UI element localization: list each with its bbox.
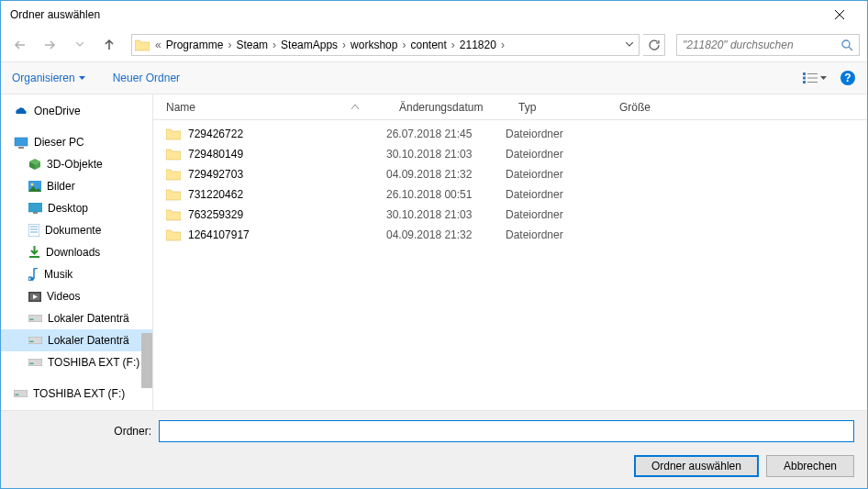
file-name: 731220462 — [188, 188, 243, 201]
new-folder-label: Neuer Ordner — [113, 72, 180, 84]
view-mode-button[interactable] — [803, 72, 827, 83]
svg-rect-6 — [807, 82, 818, 83]
svg-rect-28 — [30, 363, 34, 365]
sidebar-music[interactable]: Musik — [1, 263, 152, 285]
organize-button[interactable]: Organisieren — [12, 72, 85, 84]
sidebar-label: Downloads — [46, 246, 100, 259]
desktop-icon — [28, 203, 42, 214]
file-type: Dateiordner — [506, 188, 606, 201]
file-date: 26.10.2018 00:51 — [386, 188, 506, 201]
sidebar-localdisk2[interactable]: Lokaler Datenträ — [1, 329, 152, 351]
sidebar-localdisk1[interactable]: Lokaler Datenträ — [1, 307, 152, 329]
file-name: 729480149 — [188, 148, 243, 161]
sidebar-toshiba1[interactable]: TOSHIBA EXT (F:) — [1, 351, 152, 373]
sidebar-toshiba2[interactable]: TOSHIBA EXT (F:) — [1, 383, 152, 405]
sidebar-label: TOSHIBA EXT (F:) — [33, 387, 125, 400]
computer-icon — [14, 137, 28, 149]
up-button[interactable] — [96, 34, 122, 56]
breadcrumb[interactable]: « Programme › Steam › SteamApps › worksh… — [131, 34, 640, 56]
file-date: 04.09.2018 21:32 — [386, 228, 506, 241]
file-name: 1264107917 — [188, 228, 250, 241]
chevron-right-icon: › — [399, 39, 408, 51]
svg-rect-24 — [30, 319, 34, 321]
breadcrumb-ellipsis[interactable]: « — [152, 39, 164, 51]
svg-rect-13 — [28, 203, 42, 212]
file-name: 729492703 — [188, 168, 243, 181]
onedrive-icon — [14, 106, 28, 117]
svg-rect-5 — [803, 81, 806, 83]
file-date: 04.09.2018 21:32 — [386, 168, 506, 181]
sidebar-label: Dokumente — [45, 224, 101, 237]
breadcrumb-history-dropdown[interactable] — [620, 42, 639, 48]
file-pane: Name Änderungsdatum Typ Größe 7294267222… — [153, 94, 867, 410]
sidebar-videos[interactable]: Videos — [1, 285, 152, 307]
sidebar-label: TOSHIBA EXT (F:) — [48, 356, 139, 369]
recent-dropdown[interactable] — [67, 34, 93, 56]
breadcrumb-item[interactable]: workshop — [349, 35, 399, 55]
svg-rect-14 — [33, 212, 38, 214]
breadcrumb-item[interactable]: content — [408, 35, 448, 55]
search-icon — [841, 39, 853, 51]
breadcrumb-item[interactable]: Programme — [164, 35, 226, 55]
arrow-left-icon — [14, 39, 28, 50]
folder-input[interactable] — [159, 420, 854, 442]
sidebar-onedrive[interactable]: OneDrive — [1, 100, 152, 122]
cancel-button[interactable]: Abbrechen — [766, 455, 854, 477]
refresh-button[interactable] — [643, 34, 665, 56]
caret-down-icon — [820, 76, 827, 80]
svg-point-20 — [30, 277, 34, 281]
sidebar-documents[interactable]: Dokumente — [1, 219, 152, 241]
file-row[interactable]: 72948014930.10.2018 21:03Dateiordner — [153, 144, 867, 164]
column-label: Name — [166, 101, 195, 114]
new-folder-button[interactable]: Neuer Ordner — [113, 72, 180, 84]
column-label: Typ — [518, 101, 536, 114]
sidebar-label: Desktop — [48, 202, 88, 215]
breadcrumb-item[interactable]: Steam — [234, 35, 270, 55]
svg-rect-19 — [29, 256, 39, 258]
sidebar-3dobjects[interactable]: 3D-Objekte — [1, 153, 152, 175]
folder-icon — [166, 168, 181, 181]
view-list-icon — [803, 72, 818, 83]
chevron-right-icon: › — [225, 39, 234, 51]
arrow-right-icon — [43, 39, 58, 50]
svg-rect-30 — [16, 395, 19, 396]
column-size[interactable]: Größe — [606, 101, 689, 114]
help-button[interactable]: ? — [840, 70, 856, 86]
file-row[interactable]: 72942672226.07.2018 21:45Dateiordner — [153, 124, 867, 144]
svg-point-0 — [842, 40, 850, 48]
file-type: Dateiordner — [506, 228, 606, 241]
file-row[interactable]: 73122046226.10.2018 00:51Dateiordner — [153, 184, 867, 205]
file-row[interactable]: 72949270304.09.2018 21:32Dateiordner — [153, 164, 867, 184]
column-type[interactable]: Typ — [506, 101, 606, 114]
file-row[interactable]: 76325932930.10.2018 21:03Dateiordner — [153, 205, 867, 225]
svg-rect-15 — [28, 224, 39, 237]
sidebar-pictures[interactable]: Bilder — [1, 175, 152, 197]
help-icon: ? — [840, 70, 856, 86]
folder-icon — [166, 188, 181, 201]
column-name[interactable]: Name — [153, 101, 386, 114]
chevron-down-icon — [626, 42, 633, 48]
back-button[interactable] — [8, 34, 34, 56]
search-box[interactable] — [676, 34, 860, 56]
sidebar-thispc[interactable]: Dieser PC — [1, 131, 152, 153]
select-folder-button[interactable]: Ordner auswählen — [634, 455, 759, 477]
breadcrumb-item[interactable]: 211820 — [458, 35, 498, 55]
close-button[interactable] — [818, 1, 860, 28]
chevron-right-icon: › — [270, 39, 279, 51]
sidebar-desktop[interactable]: Desktop — [1, 197, 152, 219]
folder-icon — [132, 35, 152, 55]
svg-rect-25 — [28, 337, 42, 344]
breadcrumb-item[interactable]: SteamApps — [279, 35, 339, 55]
column-date[interactable]: Änderungsdatum — [386, 101, 506, 114]
search-input[interactable] — [683, 39, 841, 51]
sidebar-downloads[interactable]: Downloads — [1, 241, 152, 263]
file-type: Dateiordner — [506, 128, 606, 140]
cube-icon — [28, 158, 41, 171]
sidebar-label: OneDrive — [34, 105, 81, 117]
sidebar-label: Videos — [47, 290, 80, 303]
column-label: Änderungsdatum — [399, 101, 483, 114]
forward-button[interactable] — [38, 34, 63, 56]
file-row[interactable]: 126410791704.09.2018 21:32Dateiordner — [153, 225, 867, 245]
scrollbar-thumb[interactable] — [141, 333, 152, 388]
folder-icon — [166, 208, 181, 221]
